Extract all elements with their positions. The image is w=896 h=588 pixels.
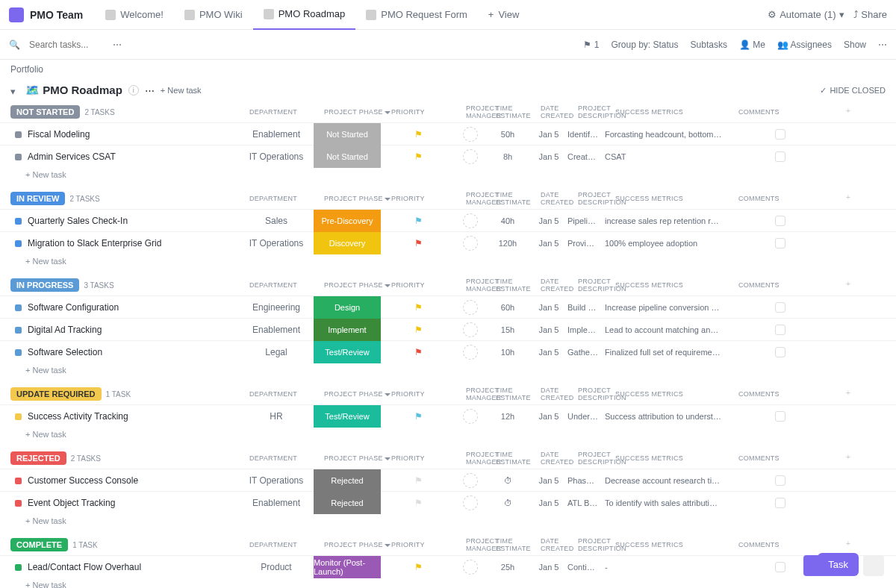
estimate-cell[interactable]: 50h: [485, 130, 530, 139]
col-priority[interactable]: PRIORITY: [391, 390, 466, 398]
table-row[interactable]: Event Object TrackingEnablementRejected⚑…: [0, 491, 896, 513]
date-cell[interactable]: Jan 5: [530, 476, 567, 485]
status-pill[interactable]: COMPLETE: [10, 538, 68, 551]
search-input[interactable]: [29, 40, 104, 50]
priority-cell[interactable]: ⚑: [381, 325, 455, 335]
col-metrics[interactable]: SUCCESS METRICS: [615, 541, 738, 548]
col-phase[interactable]: PROJECT PHASE: [324, 281, 391, 289]
table-row[interactable]: Lead/Contact Flow OverhaulProductMonitor…: [0, 555, 896, 578]
table-row[interactable]: Software SelectionLegalTest/Review⚑10hJa…: [0, 340, 896, 363]
col-priority[interactable]: PRIORITY: [391, 541, 466, 548]
automate-button[interactable]: ⚙ Automate (1) ▾: [768, 9, 844, 20]
task-name[interactable]: Migration to Slack Enterprise Grid: [28, 238, 161, 248]
col-priority[interactable]: PRIORITY: [391, 108, 466, 116]
priority-cell[interactable]: ⚑: [381, 562, 455, 572]
col-comments[interactable]: COMMENTS: [738, 390, 843, 398]
task-name[interactable]: Quarterly Sales Check-In: [28, 216, 128, 226]
department-cell[interactable]: Product: [239, 562, 314, 572]
col-department[interactable]: DEPARTMENT: [249, 108, 324, 116]
department-cell[interactable]: Enablement: [239, 325, 314, 335]
comment-cell[interactable]: [728, 475, 833, 486]
task-name[interactable]: Lead/Contact Flow Overhaul: [28, 562, 141, 572]
task-button[interactable]: Task: [818, 553, 859, 576]
phase-cell[interactable]: Not Started: [314, 146, 381, 168]
phase-cell[interactable]: Rejected: [314, 469, 381, 492]
description-cell[interactable]: Create CSAT survey for Admin Services: [567, 152, 605, 161]
col-department[interactable]: DEPARTMENT: [249, 281, 324, 289]
col-metrics[interactable]: SUCCESS METRICS: [615, 390, 738, 398]
manager-cell[interactable]: [455, 409, 485, 424]
manager-cell[interactable]: [455, 127, 485, 142]
date-cell[interactable]: Jan 5: [530, 152, 567, 161]
table-row[interactable]: Fiscal ModelingEnablementNot Started⚑50h…: [0, 122, 896, 145]
description-cell[interactable]: Build a CRM flow for bidirectional sync …: [567, 303, 605, 312]
estimate-cell[interactable]: 8h: [485, 152, 530, 161]
col-description[interactable]: PROJECT DESCRIPTION: [578, 104, 615, 119]
metric-cell[interactable]: Decrease account research time for CSMs …: [605, 476, 728, 485]
description-cell[interactable]: Phase 1 is live (getting fields in Softw…: [567, 476, 605, 485]
date-cell[interactable]: Jan 5: [530, 498, 567, 507]
status-pill[interactable]: IN REVIEW: [10, 192, 65, 205]
department-cell[interactable]: Sales: [239, 216, 314, 226]
filter-one[interactable]: ⚑ 1: [583, 40, 599, 50]
manager-cell[interactable]: [455, 560, 485, 575]
description-cell[interactable]: Gather and finalize core system/tool req…: [567, 348, 605, 357]
manager-cell[interactable]: [455, 236, 485, 251]
tab-view[interactable]: +View: [478, 0, 530, 30]
status-dot[interactable]: [15, 304, 22, 311]
manager-cell[interactable]: [455, 345, 485, 360]
table-row[interactable]: Customer Success ConsoleIT OperationsRej…: [0, 469, 896, 491]
estimate-cell[interactable]: 60h: [485, 303, 530, 312]
table-row[interactable]: Migration to Slack Enterprise GridIT Ope…: [0, 231, 896, 254]
more-icon[interactable]: ⋯: [113, 40, 122, 50]
department-cell[interactable]: IT Operations: [239, 238, 314, 248]
priority-cell[interactable]: ⚑: [381, 129, 455, 140]
status-dot[interactable]: [15, 500, 22, 507]
description-cell[interactable]: ATL BTL tracking with Tableau dashboard …: [567, 498, 605, 507]
estimate-cell[interactable]: 10h: [485, 348, 530, 357]
info-icon[interactable]: i: [128, 85, 139, 96]
tab-welcome[interactable]: Welcome!: [95, 0, 174, 30]
new-task-row[interactable]: + New task: [0, 513, 896, 528]
manager-cell[interactable]: [455, 495, 485, 510]
manager-cell[interactable]: [455, 322, 485, 337]
col-description[interactable]: PROJECT DESCRIPTION: [578, 537, 615, 552]
status-dot[interactable]: [15, 349, 22, 356]
status-dot[interactable]: [15, 131, 22, 138]
estimate-cell[interactable]: 120h: [485, 239, 530, 248]
col-department[interactable]: DEPARTMENT: [249, 454, 324, 462]
status-dot[interactable]: [15, 413, 22, 420]
show-menu[interactable]: Show: [844, 40, 866, 50]
assignees-filter[interactable]: 👥 Assignees: [777, 40, 832, 50]
phase-cell[interactable]: Rejected: [314, 492, 381, 514]
col-comments[interactable]: COMMENTS: [738, 108, 843, 116]
task-name[interactable]: Event Object Tracking: [28, 498, 115, 508]
col-description[interactable]: PROJECT DESCRIPTION: [578, 387, 615, 401]
col-created[interactable]: DATE CREATED: [541, 104, 578, 119]
table-row[interactable]: Quarterly Sales Check-InSalesPre-Discove…: [0, 209, 896, 231]
phase-cell[interactable]: Monitor (Post-Launch): [314, 556, 381, 578]
task-name[interactable]: Software Configuration: [28, 302, 119, 313]
department-cell[interactable]: Enablement: [239, 129, 314, 140]
task-name[interactable]: Success Activity Tracking: [28, 411, 128, 422]
status-pill[interactable]: IN PROGRESS: [10, 278, 79, 292]
status-dot[interactable]: [15, 154, 22, 160]
comment-cell[interactable]: [728, 238, 833, 248]
col-created[interactable]: DATE CREATED: [541, 278, 578, 293]
breadcrumb[interactable]: Portfolio: [0, 60, 896, 79]
col-phase[interactable]: PROJECT PHASE: [324, 108, 391, 116]
collapse-caret[interactable]: ▾: [10, 86, 19, 95]
add-column[interactable]: +: [843, 389, 853, 399]
tab-wiki[interactable]: PMO Wiki: [174, 0, 253, 30]
department-cell[interactable]: IT Operations: [239, 475, 314, 486]
phase-cell[interactable]: Not Started: [314, 123, 381, 146]
metric-cell[interactable]: 100% employee adoption: [605, 239, 728, 248]
col-estimate[interactable]: TIME ESTIMATE: [496, 278, 541, 293]
col-phase[interactable]: PROJECT PHASE: [324, 454, 391, 462]
description-cell[interactable]: Provide best-in-class enterprise messagi…: [567, 239, 605, 248]
status-dot[interactable]: [15, 478, 22, 484]
add-column[interactable]: +: [843, 193, 853, 204]
col-comments[interactable]: COMMENTS: [738, 195, 843, 202]
new-task-top[interactable]: + New task: [161, 86, 202, 95]
comment-cell[interactable]: [728, 216, 833, 226]
